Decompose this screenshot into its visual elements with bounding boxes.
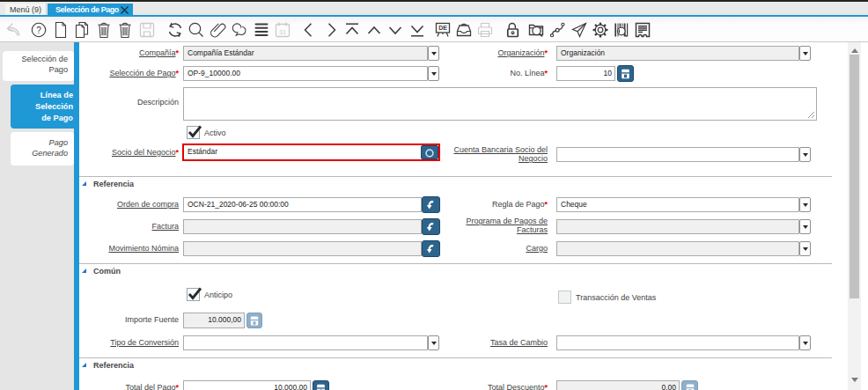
svg-text:31: 31 xyxy=(279,29,286,35)
svg-text:DE: DE xyxy=(438,25,447,31)
svg-text:?: ? xyxy=(36,26,41,35)
